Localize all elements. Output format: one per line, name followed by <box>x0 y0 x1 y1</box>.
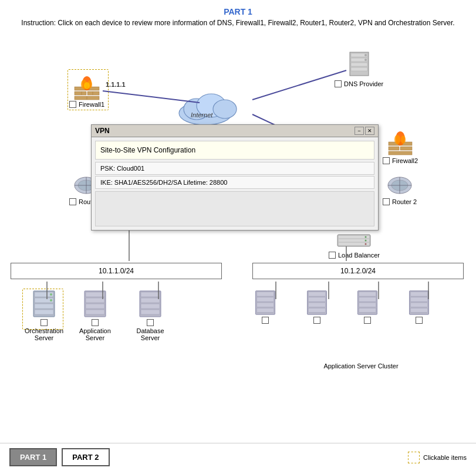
part1-button[interactable]: PART 1 <box>9 448 57 466</box>
svg-rect-53 <box>339 236 369 238</box>
dns-server-icon <box>345 50 373 78</box>
load-balancer-checkbox[interactable] <box>329 252 336 259</box>
svg-point-42 <box>394 135 400 144</box>
dns-checkbox[interactable] <box>335 80 342 87</box>
router2-icon <box>386 175 414 196</box>
app-server-left-label: Application Server <box>79 327 111 341</box>
app-server-left-checkbox[interactable] <box>92 319 99 326</box>
svg-rect-68 <box>86 298 104 303</box>
orchestration-server-icon <box>30 290 58 318</box>
svg-point-30 <box>84 82 90 89</box>
svg-rect-73 <box>141 298 160 303</box>
vpn-modal-title: VPN <box>95 127 110 135</box>
cluster-server4-icon <box>406 290 432 316</box>
orchestration-server-device[interactable]: Orchestration Server <box>25 290 63 341</box>
app-server-left-icon <box>81 290 109 318</box>
svg-rect-78 <box>256 297 274 301</box>
svg-rect-87 <box>359 292 376 296</box>
svg-point-58 <box>365 243 367 245</box>
svg-point-17 <box>364 54 367 56</box>
subnet1-box: 10.1.1.0/24 <box>11 263 222 279</box>
database-server-device[interactable]: Database Server <box>136 290 164 341</box>
vpn-ike-box: IKE: SHA1/AES256/DH2/SA Lifetime: 28800 <box>95 176 374 189</box>
svg-rect-15 <box>351 63 367 66</box>
svg-rect-16 <box>351 67 367 71</box>
router2-checkbox[interactable] <box>383 198 390 205</box>
vpn-config-title-box: Site-to-Site VPN Configuration <box>95 141 374 160</box>
svg-rect-84 <box>308 303 325 307</box>
legend-label: Clickable items <box>423 454 467 461</box>
cluster-server3-checkbox[interactable] <box>364 317 371 324</box>
svg-rect-89 <box>359 303 376 307</box>
svg-rect-37 <box>389 147 399 150</box>
internet-cloud: Internet <box>173 87 249 130</box>
svg-rect-77 <box>256 292 274 296</box>
svg-rect-88 <box>359 297 376 301</box>
svg-rect-72 <box>141 292 160 297</box>
firewall2-device[interactable]: Firewall2 <box>383 128 418 164</box>
router2-device[interactable]: Router 2 <box>383 175 417 205</box>
firewall2-icon <box>386 128 414 156</box>
load-balancer-device[interactable]: Load Balancer <box>329 232 380 259</box>
orchestration-checkbox[interactable] <box>40 319 48 326</box>
vpn-empty-area <box>95 191 374 226</box>
svg-rect-62 <box>35 304 53 309</box>
router1-checkbox[interactable] <box>69 198 76 205</box>
vpn-ike: IKE: SHA1/AES256/DH2/SA Lifetime: 28800 <box>100 179 227 186</box>
dns-provider-device[interactable]: DNS Provider <box>335 50 383 87</box>
svg-rect-67 <box>86 292 104 297</box>
cluster-server2-checkbox[interactable] <box>313 317 320 324</box>
svg-point-64 <box>50 293 52 296</box>
subnet1-label: 10.1.1.0/24 <box>99 267 134 275</box>
svg-rect-69 <box>86 304 104 309</box>
cluster-server1-checkbox[interactable] <box>262 317 269 324</box>
app-server-left-device[interactable]: Application Server <box>79 290 111 341</box>
subnet2-label: 10.1.2.0/24 <box>340 267 376 275</box>
firewall2-label: Firewall2 <box>392 157 418 164</box>
cluster-server4-checkbox[interactable] <box>416 317 423 324</box>
subnet2-box: 10.1.2.0/24 <box>252 263 464 279</box>
part2-button[interactable]: PART 2 <box>62 448 109 466</box>
svg-point-56 <box>365 236 367 238</box>
svg-line-1 <box>252 70 346 100</box>
vpn-modal-minimize[interactable]: − <box>355 127 364 135</box>
svg-rect-94 <box>410 303 427 307</box>
svg-rect-38 <box>400 147 412 150</box>
svg-point-18 <box>364 59 367 61</box>
router2-label: Router 2 <box>392 198 417 205</box>
firewall1-checkbox[interactable] <box>69 101 76 108</box>
svg-rect-74 <box>141 304 160 309</box>
vpn-modal-titlebar: VPN − ✕ <box>92 125 378 137</box>
page-title: PART 1 <box>12 7 464 16</box>
orchestration-label: Orchestration Server <box>25 327 63 341</box>
vpn-modal-body: Site-to-Site VPN Configuration PSK: Clou… <box>92 137 378 230</box>
load-balancer-label: Load Balancer <box>338 252 380 259</box>
svg-rect-83 <box>308 297 325 301</box>
dns-label: DNS Provider <box>344 80 383 87</box>
vpn-modal: VPN − ✕ Site-to-Site VPN Configuration P… <box>91 124 379 231</box>
vpn-modal-close[interactable]: ✕ <box>365 127 374 135</box>
app-cluster-server3[interactable] <box>355 290 380 324</box>
clickable-legend: Clickable items <box>408 452 467 463</box>
database-server-checkbox[interactable] <box>147 319 154 326</box>
vpn-config-title: Site-to-Site VPN Configuration <box>100 146 369 154</box>
load-balancer-icon <box>336 232 372 249</box>
app-cluster-server1[interactable] <box>252 290 278 324</box>
app-cluster-server4[interactable] <box>406 290 432 324</box>
bottom-bar: PART 1 PART 2 Clickable items <box>0 443 476 471</box>
app-cluster-label: Application Server Cluster <box>258 362 464 370</box>
svg-rect-70 <box>86 310 104 314</box>
svg-rect-20 <box>75 92 86 95</box>
firewall1-device[interactable]: Firewall1 <box>69 70 104 108</box>
firewall2-checkbox[interactable] <box>383 157 390 164</box>
svg-rect-39 <box>389 151 412 155</box>
vpn-psk-box: PSK: Cloud001 <box>95 162 374 175</box>
svg-rect-85 <box>308 308 325 312</box>
app-cluster-server2[interactable] <box>304 290 330 324</box>
firewall1-ip: 1.1.1.1 <box>106 81 126 88</box>
svg-rect-54 <box>339 239 369 242</box>
legend-dashed-box <box>408 452 420 463</box>
vpn-psk: PSK: Cloud001 <box>100 165 144 172</box>
svg-rect-55 <box>339 243 369 245</box>
firewall1-icon <box>71 70 103 102</box>
